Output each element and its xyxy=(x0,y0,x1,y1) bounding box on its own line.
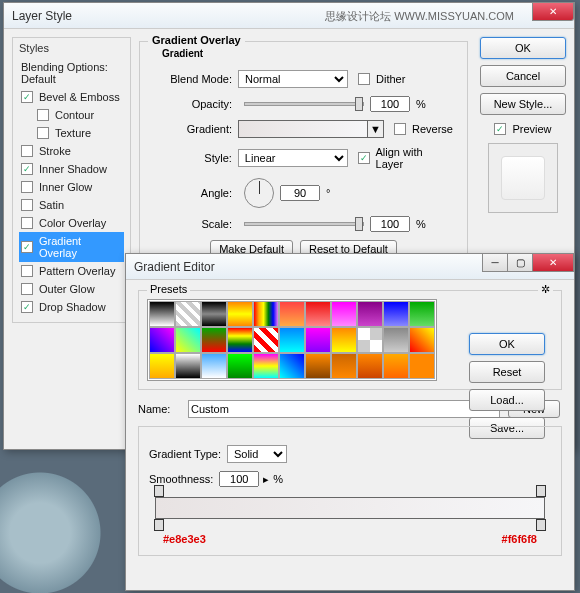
gradient-swatch[interactable] xyxy=(238,120,368,138)
preset-swatch[interactable] xyxy=(383,353,409,379)
opacity-stop-right[interactable] xyxy=(536,485,546,497)
preset-swatch[interactable] xyxy=(201,301,227,327)
style-checkbox[interactable]: ✓ xyxy=(21,163,33,175)
preset-swatch[interactable] xyxy=(305,301,331,327)
preset-swatch[interactable] xyxy=(409,327,435,353)
style-checkbox[interactable] xyxy=(21,199,33,211)
preset-swatch[interactable] xyxy=(357,301,383,327)
style-item[interactable]: Color Overlay xyxy=(19,214,124,232)
preset-swatch[interactable] xyxy=(227,353,253,379)
watermark: 思缘设计论坛 WWW.MISSYUAN.COM xyxy=(325,9,514,24)
style-select[interactable]: Linear xyxy=(238,149,348,167)
preset-swatch[interactable] xyxy=(279,353,305,379)
preset-swatch[interactable] xyxy=(383,327,409,353)
preset-swatch[interactable] xyxy=(175,301,201,327)
cancel-button[interactable]: Cancel xyxy=(480,65,566,87)
style-checkbox[interactable] xyxy=(37,127,49,139)
hex-left: #e8e3e3 xyxy=(163,533,206,545)
style-checkbox[interactable] xyxy=(21,283,33,295)
style-item[interactable]: Stroke xyxy=(19,142,124,160)
ge-ok-button[interactable]: OK xyxy=(469,333,545,355)
dither-checkbox[interactable] xyxy=(358,73,370,85)
presets-label: Presets xyxy=(147,283,190,295)
preset-swatch[interactable] xyxy=(149,353,175,379)
preset-swatch[interactable] xyxy=(253,327,279,353)
close-button[interactable]: ✕ xyxy=(532,3,574,21)
align-checkbox[interactable]: ✓ xyxy=(358,152,370,164)
gtype-select[interactable]: Solid xyxy=(227,445,287,463)
preset-swatch[interactable] xyxy=(331,353,357,379)
preset-swatch[interactable] xyxy=(305,353,331,379)
color-stop-right[interactable] xyxy=(536,519,546,531)
style-checkbox[interactable] xyxy=(37,109,49,121)
preset-swatch[interactable] xyxy=(227,301,253,327)
style-checkbox[interactable] xyxy=(21,217,33,229)
styles-header[interactable]: Styles xyxy=(19,42,124,54)
preset-swatch[interactable] xyxy=(383,301,409,327)
preset-swatch[interactable] xyxy=(357,327,383,353)
preset-swatch[interactable] xyxy=(253,353,279,379)
ge-load-button[interactable]: Load... xyxy=(469,389,545,411)
new-style-button[interactable]: New Style... xyxy=(480,93,566,115)
scale-input[interactable] xyxy=(370,216,410,232)
name-input[interactable] xyxy=(188,400,500,418)
preset-swatch[interactable] xyxy=(175,353,201,379)
preset-swatch[interactable] xyxy=(201,327,227,353)
gradient-dropdown[interactable]: ▼ xyxy=(368,120,384,138)
style-item[interactable]: Pattern Overlay xyxy=(19,262,124,280)
preview-label: Preview xyxy=(512,123,551,135)
preset-swatch[interactable] xyxy=(201,353,227,379)
preset-swatch[interactable] xyxy=(331,327,357,353)
style-checkbox[interactable]: ✓ xyxy=(21,241,33,253)
style-checkbox[interactable]: ✓ xyxy=(21,91,33,103)
opacity-slider[interactable] xyxy=(244,102,364,106)
minimize-button[interactable]: ─ xyxy=(482,254,508,272)
reverse-checkbox[interactable] xyxy=(394,123,406,135)
style-item[interactable]: Contour xyxy=(19,106,124,124)
ge-titlebar[interactable]: Gradient Editor ─ ▢ ✕ xyxy=(126,254,574,280)
style-checkbox[interactable] xyxy=(21,145,33,157)
angle-input[interactable] xyxy=(280,185,320,201)
titlebar[interactable]: Layer Style 思缘设计论坛 WWW.MISSYUAN.COM ✕ xyxy=(4,3,574,29)
opacity-input[interactable] xyxy=(370,96,410,112)
presets-menu-icon[interactable]: ✲ xyxy=(538,283,553,296)
preset-swatch[interactable] xyxy=(175,327,201,353)
style-item[interactable]: Outer Glow xyxy=(19,280,124,298)
opacity-stop-left[interactable] xyxy=(154,485,164,497)
smooth-dropdown-icon[interactable]: ▸ xyxy=(263,473,269,486)
smoothness-input[interactable] xyxy=(219,471,259,487)
blend-mode-select[interactable]: Normal xyxy=(238,70,348,88)
style-item[interactable]: Inner Glow xyxy=(19,178,124,196)
preset-swatch[interactable] xyxy=(409,301,435,327)
preset-swatch[interactable] xyxy=(227,327,253,353)
style-checkbox[interactable] xyxy=(21,181,33,193)
group-title: Gradient Overlay xyxy=(148,34,245,46)
ge-reset-button[interactable]: Reset xyxy=(469,361,545,383)
preset-swatch[interactable] xyxy=(253,301,279,327)
preview-checkbox[interactable]: ✓ xyxy=(494,123,506,135)
ok-button[interactable]: OK xyxy=(480,37,566,59)
style-item[interactable]: Texture xyxy=(19,124,124,142)
blending-options[interactable]: Blending Options: Default xyxy=(19,58,124,88)
preset-swatch[interactable] xyxy=(279,327,305,353)
maximize-button[interactable]: ▢ xyxy=(507,254,533,272)
preset-swatch[interactable] xyxy=(357,353,383,379)
preset-swatch[interactable] xyxy=(149,301,175,327)
style-item[interactable]: Satin xyxy=(19,196,124,214)
gradient-bar[interactable] xyxy=(155,497,545,519)
color-stop-left[interactable] xyxy=(154,519,164,531)
style-checkbox[interactable] xyxy=(21,265,33,277)
angle-dial[interactable] xyxy=(244,178,274,208)
style-item[interactable]: ✓Inner Shadow xyxy=(19,160,124,178)
preset-swatch[interactable] xyxy=(279,301,305,327)
style-item[interactable]: ✓Gradient Overlay xyxy=(19,232,124,262)
preset-swatch[interactable] xyxy=(409,353,435,379)
style-item[interactable]: ✓Drop Shadow xyxy=(19,298,124,316)
preset-swatch[interactable] xyxy=(305,327,331,353)
style-checkbox[interactable]: ✓ xyxy=(21,301,33,313)
ge-close-button[interactable]: ✕ xyxy=(532,254,574,272)
scale-slider[interactable] xyxy=(244,222,364,226)
preset-swatch[interactable] xyxy=(331,301,357,327)
preset-swatch[interactable] xyxy=(149,327,175,353)
style-item[interactable]: ✓Bevel & Emboss xyxy=(19,88,124,106)
